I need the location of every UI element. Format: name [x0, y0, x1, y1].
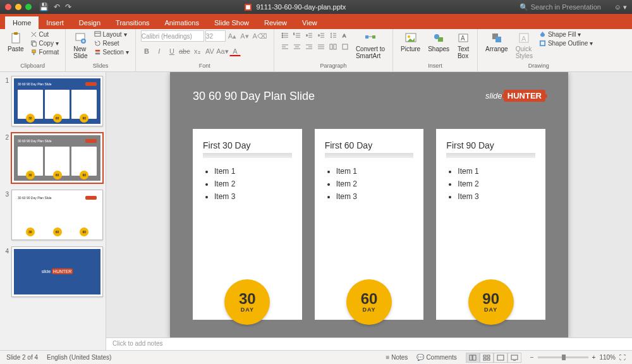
reading-view-button[interactable]: [494, 353, 507, 363]
convert-smartart-button[interactable]: Convert to SmartArt: [353, 30, 387, 61]
sorter-view-button[interactable]: [480, 353, 494, 363]
svg-rect-68: [497, 355, 504, 360]
svg-text:A: A: [461, 35, 465, 42]
italic-button[interactable]: I: [154, 46, 165, 56]
slideshow-button[interactable]: [507, 353, 521, 363]
tab-design[interactable]: Design: [71, 16, 108, 29]
current-slide[interactable]: 30 60 90 Day Plan Slide slide HUNTER Fir…: [170, 72, 568, 337]
grow-font-button[interactable]: A▴: [227, 32, 238, 40]
slide-thumbnail[interactable]: slide HUNTER: [11, 246, 103, 297]
arrange-button[interactable]: Arrange: [483, 30, 511, 54]
zoom-out-button[interactable]: −: [530, 354, 534, 361]
shrink-font-button[interactable]: A▾: [239, 32, 250, 40]
clear-format-button[interactable]: A⌫: [252, 32, 269, 40]
slide-title[interactable]: 30 60 90 Day Plan Slide: [193, 90, 315, 103]
underline-button[interactable]: U: [166, 46, 178, 56]
picture-button[interactable]: Picture: [398, 30, 423, 54]
shapes-button[interactable]: Shapes: [425, 30, 452, 54]
tab-animations[interactable]: Animations: [157, 16, 207, 29]
strike-button[interactable]: abc: [179, 46, 190, 56]
card-item: Item 2: [458, 179, 535, 188]
plan-card[interactable]: First 90 DayItem 1Item 2Item 390DAY: [436, 129, 545, 320]
svg-rect-13: [95, 52, 99, 54]
group-font: A▴ A▾ A⌫ B I U abc x₂ AV Aa▾ A Font: [136, 29, 274, 71]
zoom-value[interactable]: 110%: [599, 354, 616, 361]
line-spacing-button[interactable]: [327, 30, 339, 40]
tab-home[interactable]: Home: [5, 16, 39, 29]
redo-icon[interactable]: ↷: [65, 3, 71, 11]
paste-button[interactable]: Paste: [5, 30, 27, 54]
copy-button[interactable]: Copy ▾: [29, 39, 61, 47]
undo-icon[interactable]: ↶: [54, 3, 60, 11]
font-color-button[interactable]: A: [229, 46, 241, 56]
search-input[interactable]: [531, 3, 607, 11]
bullets-button[interactable]: [279, 30, 291, 40]
shape-fill-button[interactable]: Shape Fill ▾: [538, 30, 594, 39]
highlight-button[interactable]: Aa▾: [217, 46, 228, 56]
shadow-button[interactable]: AV: [204, 46, 216, 56]
svg-rect-69: [511, 355, 518, 360]
maximize-window-button[interactable]: [25, 4, 32, 10]
language-indicator[interactable]: English (United States): [47, 354, 111, 361]
plan-card[interactable]: First 30 DayItem 1Item 2Item 330DAY: [193, 129, 302, 320]
notes-toggle[interactable]: ≡ Notes: [386, 354, 408, 361]
tab-view[interactable]: View: [295, 16, 325, 29]
numbering-button[interactable]: 1: [291, 30, 303, 40]
slide-thumbnail[interactable]: 30 60 90 Day Plan Slide306090: [11, 190, 103, 240]
svg-rect-61: [540, 41, 545, 46]
align-text-button[interactable]: [339, 42, 351, 52]
card-item: Item 1: [336, 167, 414, 176]
normal-view-button[interactable]: [466, 353, 480, 363]
notes-pane[interactable]: Click to add notes: [106, 337, 632, 350]
tab-review[interactable]: Review: [257, 16, 295, 29]
align-right-button[interactable]: [303, 42, 315, 52]
tab-slideshow[interactable]: Slide Show: [207, 16, 257, 29]
svg-rect-12: [95, 50, 99, 52]
format-painter-button[interactable]: Format: [29, 48, 61, 56]
indent-inc-button[interactable]: [315, 30, 327, 40]
cut-button[interactable]: Cut: [29, 30, 61, 39]
zoom-in-button[interactable]: +: [592, 354, 596, 361]
justify-button[interactable]: [315, 42, 327, 52]
group-label: Slides: [71, 63, 130, 70]
text-direction-button[interactable]: A: [339, 30, 351, 40]
reset-button[interactable]: Reset: [93, 39, 130, 47]
svg-rect-7: [33, 52, 34, 55]
svg-rect-66: [483, 358, 486, 360]
tab-insert[interactable]: Insert: [39, 16, 71, 29]
svg-rect-46: [330, 44, 332, 49]
search-box[interactable]: 🔍: [520, 3, 607, 11]
tab-transitions[interactable]: Transitions: [108, 16, 157, 29]
bold-button[interactable]: B: [141, 46, 152, 56]
section-button[interactable]: Section ▾: [93, 48, 130, 56]
font-name-input[interactable]: [141, 30, 204, 42]
new-slide-button[interactable]: New Slide: [71, 30, 90, 61]
svg-point-16: [282, 35, 283, 36]
svg-text:A: A: [343, 33, 346, 39]
feedback-icon[interactable]: ☺ ▾: [614, 3, 627, 11]
indent-dec-button[interactable]: [303, 30, 315, 40]
slide-canvas[interactable]: 30 60 90 Day Plan Slide slide HUNTER Fir…: [106, 72, 632, 337]
align-center-button[interactable]: [291, 42, 303, 52]
textbox-button[interactable]: AText Box: [454, 30, 472, 61]
quick-styles-button[interactable]: AQuick Styles: [513, 30, 535, 61]
comments-toggle[interactable]: 💬 Comments: [416, 354, 456, 361]
fit-button[interactable]: ⛶: [619, 354, 626, 361]
slide-thumbnail[interactable]: 30 60 90 Day Plan Slide306090: [11, 133, 103, 183]
card-heading: First 90 Day: [446, 140, 535, 150]
columns-button[interactable]: [327, 42, 339, 52]
zoom-slider[interactable]: [538, 356, 588, 358]
group-label: Drawing: [483, 63, 594, 70]
shape-outline-button[interactable]: Shape Outline ▾: [538, 39, 594, 47]
close-window-button[interactable]: [5, 4, 11, 10]
plan-card[interactable]: First 60 DayItem 1Item 2Item 360DAY: [315, 129, 424, 320]
minimize-window-button[interactable]: [15, 4, 21, 10]
save-icon[interactable]: 💾: [39, 3, 49, 11]
svg-rect-58: [495, 37, 501, 42]
subscript-button[interactable]: x₂: [191, 46, 203, 56]
svg-point-14: [282, 33, 283, 34]
slide-thumbnail[interactable]: 30 60 90 Day Plan Slide306090: [11, 76, 103, 126]
font-size-input[interactable]: [205, 30, 226, 42]
layout-button[interactable]: Layout ▾: [93, 30, 130, 39]
align-left-button[interactable]: [279, 42, 291, 52]
